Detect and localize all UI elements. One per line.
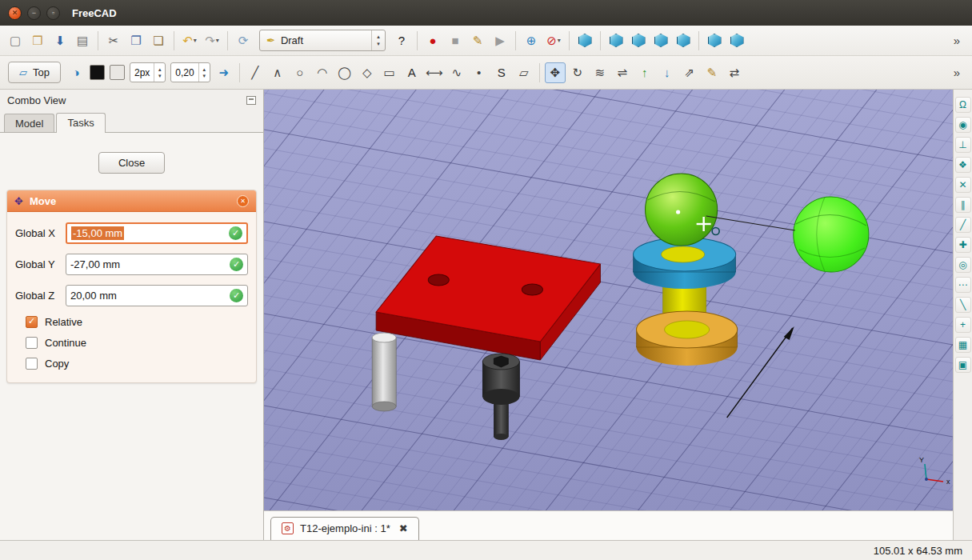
draft-arc-icon[interactable]: ◠: [312, 62, 333, 83]
view-axonometric-icon[interactable]: [606, 30, 626, 51]
view-rear-icon[interactable]: [704, 30, 725, 51]
spinner-arrows-icon[interactable]: ▴▾: [154, 63, 165, 82]
gray-pin-part[interactable]: [372, 333, 396, 411]
draft-text-icon[interactable]: A: [402, 62, 422, 83]
whats-this-icon[interactable]: ?: [391, 30, 412, 51]
construction-mode-toggle[interactable]: ◑: [66, 62, 86, 83]
draft-offset-icon[interactable]: ≋: [590, 62, 610, 83]
snap-working-plane-icon[interactable]: ▣: [955, 357, 971, 373]
task-close-button[interactable]: Close: [98, 152, 165, 174]
tab-model[interactable]: Model: [4, 114, 54, 132]
view-right-icon[interactable]: [673, 30, 694, 51]
snap-lock-icon[interactable]: Ω: [955, 97, 971, 113]
copy-checkbox[interactable]: [26, 358, 38, 370]
window-maximize-button[interactable]: [46, 6, 60, 20]
paste-icon[interactable]: ❏: [148, 30, 169, 51]
spinner-arrows-icon[interactable]: ▴▾: [198, 63, 210, 82]
draft-bspline-icon[interactable]: ∿: [446, 62, 467, 83]
line-color-swatch[interactable]: [90, 65, 105, 80]
snap-near-icon[interactable]: ╲: [955, 297, 971, 313]
draft-shapestring-icon[interactable]: S: [491, 62, 512, 83]
zoom-box-icon[interactable]: ⊕: [521, 30, 542, 51]
draft-rectangle-icon[interactable]: ▭: [379, 62, 400, 83]
working-plane-button[interactable]: ▱ Top: [8, 62, 61, 83]
print-icon[interactable]: ▤: [72, 30, 93, 51]
view-left-icon[interactable]: [726, 30, 747, 51]
face-color-swatch[interactable]: [110, 65, 125, 80]
draft-circle-icon[interactable]: ○: [290, 62, 310, 83]
green-sphere[interactable]: [646, 174, 718, 246]
text-scale-spinner[interactable]: 0,20 ▴▾: [170, 62, 210, 82]
3d-view[interactable]: x Y: [264, 90, 953, 510]
snap-parallel-icon[interactable]: ∥: [955, 197, 971, 213]
macro-stop-icon[interactable]: ■: [445, 30, 466, 51]
draft-scale-icon[interactable]: ⇗: [679, 62, 700, 83]
draft-trimex-icon[interactable]: ⇌: [612, 62, 633, 83]
toolbar-overflow-icon[interactable]: »: [946, 62, 967, 83]
dropdown-arrow-icon[interactable]: ▾: [194, 37, 197, 44]
draft-mirror-icon[interactable]: ⇄: [724, 62, 745, 83]
draft-rotate-icon[interactable]: ↻: [567, 62, 588, 83]
global-y-input[interactable]: -27,00 mm: [66, 254, 248, 275]
document-tab-close-icon[interactable]: [399, 523, 408, 534]
dropdown-arrow-icon[interactable]: ▾: [216, 37, 219, 44]
window-minimize-button[interactable]: [27, 6, 41, 20]
move-task-collapse-button[interactable]: [237, 195, 249, 207]
new-document-icon[interactable]: ▢: [5, 30, 26, 51]
copy-icon[interactable]: ❐: [126, 30, 146, 51]
draft-point-icon[interactable]: •: [469, 62, 490, 83]
plate-hole[interactable]: [522, 284, 542, 295]
draft-wire-icon[interactable]: ∧: [267, 62, 288, 83]
draft-dimension-icon[interactable]: ⟷: [424, 62, 445, 83]
apply-style-button[interactable]: ➜: [214, 62, 234, 83]
draft-line-icon[interactable]: ╱: [245, 62, 266, 83]
global-z-input[interactable]: 20,00 mm: [66, 285, 248, 306]
macro-edit-icon[interactable]: ✎: [467, 30, 488, 51]
title-bar[interactable]: FreeCAD: [0, 0, 972, 26]
toolbar-overflow-icon[interactable]: »: [946, 30, 967, 51]
snap-extension-icon[interactable]: ╱: [955, 217, 971, 233]
continue-checkbox[interactable]: [26, 337, 38, 349]
snap-grid-icon[interactable]: ▦: [955, 337, 971, 353]
redo-icon[interactable]: ↷▾: [202, 30, 222, 51]
relative-checkbox[interactable]: [26, 316, 38, 328]
float-panel-button[interactable]: [246, 96, 256, 105]
undo-icon[interactable]: ↶▾: [179, 30, 200, 51]
snap-endpoint-icon[interactable]: ◉: [955, 117, 971, 133]
draft-move-icon[interactable]: ✥: [545, 62, 566, 83]
3d-scene[interactable]: x Y: [264, 90, 953, 510]
cut-icon[interactable]: ✂: [103, 30, 124, 51]
snap-dimensions-icon[interactable]: +: [955, 317, 971, 333]
workbench-selector[interactable]: ✒Draft▴▾: [259, 30, 386, 51]
snap-intersection-icon[interactable]: ✕: [955, 177, 971, 193]
draft-facebinder-icon[interactable]: ▱: [514, 62, 534, 83]
macro-play-icon[interactable]: ▶: [490, 30, 510, 51]
refresh-icon[interactable]: ⟳: [233, 30, 254, 51]
view-front-icon[interactable]: [628, 30, 649, 51]
snap-ortho-icon[interactable]: ✚: [955, 237, 971, 253]
save-document-icon[interactable]: ⬇: [50, 30, 70, 51]
draft-upgrade-icon[interactable]: ↑: [634, 62, 655, 83]
draft-edit-icon[interactable]: ✎: [702, 62, 722, 83]
draft-ellipse-icon[interactable]: ◯: [334, 62, 355, 83]
macro-record-icon[interactable]: ●: [422, 30, 443, 51]
view-fit-all-icon[interactable]: [574, 30, 595, 51]
document-tab[interactable]: T12-ejemplo-ini : 1*: [270, 517, 419, 540]
global-x-input[interactable]: -15,00 mm: [66, 222, 248, 244]
draft-polygon-icon[interactable]: ◇: [357, 62, 378, 83]
move-task-header[interactable]: ✥ Move: [7, 190, 256, 212]
draft-downgrade-icon[interactable]: ↓: [657, 62, 678, 83]
draw-style-icon[interactable]: ⊘▾: [543, 30, 564, 51]
plate-hole[interactable]: [428, 274, 449, 286]
snap-special-icon[interactable]: ⋯: [955, 277, 971, 293]
snap-perpendicular-icon[interactable]: ⊥: [955, 137, 971, 153]
tab-tasks[interactable]: Tasks: [56, 113, 105, 133]
snap-center-icon[interactable]: ◎: [955, 257, 971, 273]
window-close-button[interactable]: [8, 6, 22, 20]
dropdown-arrow-icon[interactable]: ▾: [558, 37, 561, 44]
view-top-icon[interactable]: [650, 30, 671, 51]
open-document-icon[interactable]: ❒: [27, 30, 48, 51]
combo-spin-arrows-icon[interactable]: ▴▾: [371, 30, 385, 50]
ghost-green-sphere[interactable]: [794, 197, 869, 272]
snap-angle-icon[interactable]: ❖: [955, 157, 971, 173]
